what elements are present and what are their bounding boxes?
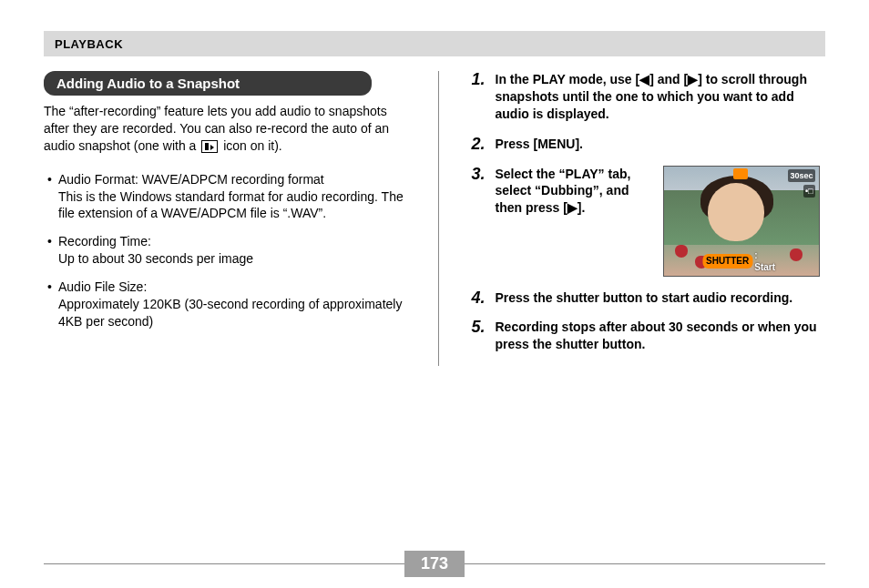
mode-icon: •□ bbox=[803, 185, 815, 198]
step-3: 3. Select the “PLAY” tab, select “Dubbin… bbox=[465, 166, 826, 277]
step-number: 5. bbox=[472, 319, 490, 335]
step-number: 3. bbox=[472, 166, 490, 182]
step-number: 1. bbox=[472, 71, 490, 87]
bullet-detail: This is the Windows standard format for … bbox=[58, 188, 405, 223]
left-column: Adding Audio to a Snapshot The “after-re… bbox=[44, 71, 409, 366]
step-4: 4. Press the shutter button to start aud… bbox=[465, 289, 826, 307]
step-text: Press [MENU]. bbox=[496, 136, 826, 153]
section-header-text: PLAYBACK bbox=[55, 37, 123, 51]
step-3-row: Select the “PLAY” tab, select “Dubbing”,… bbox=[496, 166, 826, 277]
step-text: Recording stops after about 30 seconds o… bbox=[496, 319, 826, 353]
camera-lcd-preview: 30sec •□ SHUTTER : Start bbox=[663, 166, 820, 277]
page-footer: 173 bbox=[44, 563, 825, 564]
step-text: Select the “PLAY” tab, select “Dubbing”,… bbox=[496, 166, 650, 218]
bullet-title: Recording Time: bbox=[58, 233, 405, 250]
shutter-label: SHUTTER bbox=[702, 254, 752, 269]
bullet-title: Audio Format: WAVE/ADPCM recording forma… bbox=[58, 171, 405, 188]
start-label: : Start bbox=[754, 249, 780, 274]
bullet-detail: Up to about 30 seconds per image bbox=[58, 250, 405, 268]
footer-rule: 173 bbox=[44, 563, 825, 564]
audio-snapshot-icon bbox=[201, 140, 218, 153]
list-item: Audio File Size: Approximately 120KB (30… bbox=[44, 279, 405, 330]
manual-page: PLAYBACK Adding Audio to a Snapshot The … bbox=[0, 0, 869, 588]
bullet-title: Audio File Size: bbox=[58, 279, 405, 296]
intro-paragraph: The “after-recording” feature lets you a… bbox=[44, 103, 405, 155]
bullet-detail: Approximately 120KB (30-second recording… bbox=[58, 296, 405, 330]
preview-strawberry bbox=[675, 245, 688, 258]
preview-footer: SHUTTER : Start bbox=[702, 249, 780, 274]
step-number: 2. bbox=[472, 136, 490, 152]
audio-icon bbox=[733, 168, 748, 179]
subsection-title: Adding Audio to a Snapshot bbox=[44, 71, 372, 96]
section-header-bar: PLAYBACK bbox=[44, 31, 825, 56]
preview-face bbox=[708, 183, 764, 241]
step-text: Press the shutter button to start audio … bbox=[496, 289, 826, 307]
step-1: 1. In the PLAY mode, use [◀] and [▶] to … bbox=[465, 71, 826, 123]
preview-strawberry bbox=[790, 248, 803, 261]
right-column: 1. In the PLAY mode, use [◀] and [▶] to … bbox=[438, 71, 826, 366]
record-timer: 30sec bbox=[788, 169, 814, 182]
step-number: 4. bbox=[472, 289, 490, 306]
list-item: Audio Format: WAVE/ADPCM recording forma… bbox=[44, 171, 405, 223]
steps-list: 1. In the PLAY mode, use [◀] and [▶] to … bbox=[465, 71, 826, 353]
step-text: In the PLAY mode, use [◀] and [▶] to scr… bbox=[496, 71, 826, 123]
list-item: Recording Time: Up to about 30 seconds p… bbox=[44, 233, 405, 268]
two-column-layout: Adding Audio to a Snapshot The “after-re… bbox=[44, 71, 825, 366]
intro-after-icon: icon on it). bbox=[223, 138, 282, 153]
step-5: 5. Recording stops after about 30 second… bbox=[465, 319, 826, 353]
page-number: 173 bbox=[404, 551, 465, 577]
step-2: 2. Press [MENU]. bbox=[465, 136, 826, 153]
